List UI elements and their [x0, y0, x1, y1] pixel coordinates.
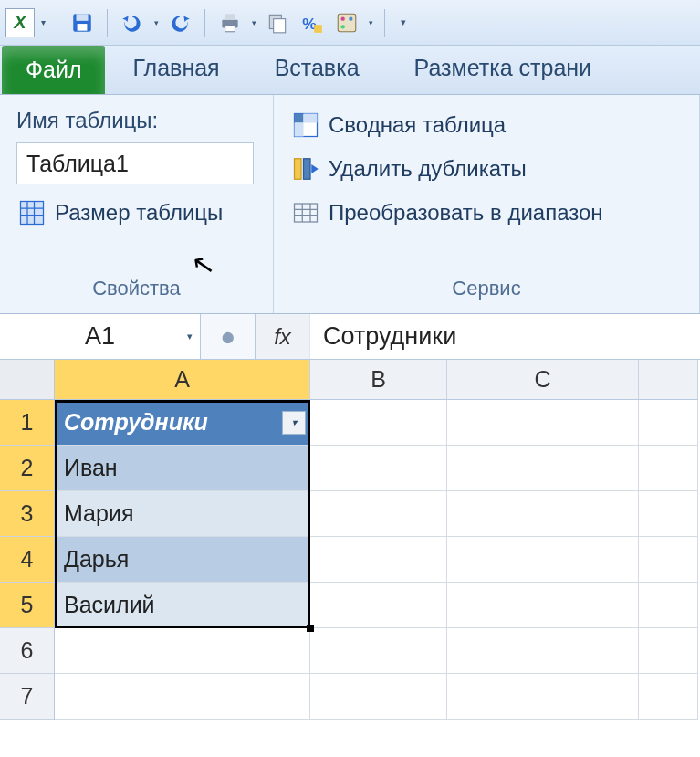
cell-B7[interactable] [310, 674, 447, 720]
row-header-7[interactable]: 7 [0, 674, 55, 720]
print-dropdown-icon[interactable]: ▾ [249, 18, 258, 27]
svg-point-11 [341, 16, 345, 20]
resize-table-button[interactable]: Размер таблицы [16, 195, 256, 230]
cell-B4[interactable] [310, 537, 447, 583]
cell-B1[interactable] [310, 400, 447, 446]
cell-x1[interactable] [639, 400, 698, 446]
cell-A2[interactable]: Иван [55, 446, 310, 491]
ribbon-tabs: Файл Главная Вставка Разметка страни [0, 46, 700, 95]
row-header-2[interactable]: 2 [0, 446, 55, 491]
resize-table-label: Размер таблицы [55, 200, 223, 226]
save-button[interactable] [67, 7, 98, 38]
copy-icon [266, 11, 289, 35]
cell-x5[interactable] [639, 583, 698, 628]
svg-rect-17 [295, 123, 304, 137]
redo-button[interactable] [164, 7, 195, 38]
cell-B3[interactable] [310, 491, 447, 537]
copy-button[interactable] [262, 7, 293, 38]
app-menu-dropdown-icon[interactable]: ▾ [38, 8, 47, 37]
cell-x6[interactable] [639, 628, 698, 674]
fx-icon[interactable]: fx [256, 314, 310, 359]
svg-rect-9 [314, 25, 322, 33]
svg-point-12 [349, 16, 352, 20]
ribbon: Имя таблицы: Размер таблицы Свойства Сво… [0, 95, 700, 314]
cell-x7[interactable] [639, 674, 698, 720]
svg-rect-1 [77, 14, 89, 21]
filter-dropdown-icon[interactable]: ▾ [282, 411, 306, 435]
cell-C2[interactable] [447, 446, 639, 491]
cell-C4[interactable] [447, 537, 639, 583]
svg-rect-2 [78, 24, 88, 31]
fill-handle[interactable] [307, 625, 314, 632]
resize-table-icon [18, 199, 46, 226]
cell-C1[interactable] [447, 400, 639, 446]
cell-x2[interactable] [639, 446, 698, 491]
tab-page-layout[interactable]: Разметка страни [387, 44, 620, 94]
svg-point-13 [341, 25, 345, 28]
row-header-4[interactable]: 4 [0, 537, 55, 583]
customize-icon: ▾ [401, 16, 406, 28]
cell-A4[interactable]: Дарья [55, 537, 310, 583]
cell-C6[interactable] [447, 628, 639, 674]
highlight-button[interactable] [331, 7, 362, 38]
row-header-6[interactable]: 6 [0, 628, 55, 674]
svg-rect-18 [304, 114, 318, 123]
cell-A3[interactable]: Мария [55, 491, 310, 537]
cell-x3[interactable] [639, 491, 698, 537]
svg-rect-5 [225, 26, 235, 32]
name-box[interactable]: A1 ▾ [0, 314, 201, 359]
customize-qat-button[interactable]: ▾ [394, 7, 413, 38]
separator [107, 9, 108, 37]
cell-C7[interactable] [447, 674, 639, 720]
tab-insert[interactable]: Вставка [247, 44, 387, 94]
cell-x4[interactable] [639, 537, 698, 583]
convert-range-icon [292, 199, 319, 226]
row-header-5[interactable]: 5 [0, 583, 55, 628]
undo-button[interactable] [117, 7, 148, 38]
cell-A5[interactable]: Василий [55, 583, 310, 628]
app-icon[interactable]: X [5, 8, 35, 37]
quick-access-toolbar: X ▾ ▾ ▾ % ▾ ▾ [0, 0, 700, 46]
select-all-corner[interactable] [0, 360, 55, 400]
svg-rect-21 [295, 204, 318, 222]
redo-icon [168, 11, 192, 35]
cell-value: Мария [64, 500, 133, 527]
tab-home[interactable]: Главная [105, 44, 246, 94]
highlight-icon [335, 11, 359, 35]
name-box-dropdown-icon[interactable]: ▾ [187, 331, 193, 342]
undo-dropdown-icon[interactable]: ▾ [151, 18, 161, 27]
row-header-1[interactable]: 1 [0, 400, 55, 446]
separator [57, 9, 57, 37]
ribbon-group-properties: Имя таблицы: Размер таблицы Свойства [0, 95, 274, 313]
row-header-3[interactable]: 3 [0, 491, 55, 537]
cell-A6[interactable] [55, 628, 310, 674]
remove-duplicates-icon [292, 155, 319, 183]
remove-duplicates-label: Удалить дубликаты [329, 156, 527, 182]
cancel-button[interactable]: ⬤ [201, 314, 256, 359]
highlight-dropdown-icon[interactable]: ▾ [366, 18, 375, 27]
formula-input[interactable] [310, 314, 700, 359]
cell-A7[interactable] [55, 674, 310, 720]
table-name-input[interactable] [16, 142, 254, 184]
column-header-extra[interactable] [639, 360, 698, 400]
remove-duplicates-button[interactable]: Удалить дубликаты [290, 152, 683, 186]
column-header-A[interactable]: A [55, 360, 310, 400]
percent-icon: % [300, 11, 324, 35]
print-button[interactable] [214, 7, 246, 38]
column-header-B[interactable]: B [310, 360, 447, 400]
svg-rect-19 [295, 159, 302, 180]
cell-A1[interactable]: Сотрудники▾ [55, 400, 310, 446]
cell-B2[interactable] [310, 446, 447, 491]
cell-C5[interactable] [447, 583, 639, 628]
name-box-value: A1 [85, 322, 115, 351]
pivot-table-button[interactable]: Сводная таблица [290, 108, 683, 142]
tab-file[interactable]: Файл [2, 46, 105, 94]
cell-B5[interactable] [310, 583, 447, 628]
group-label-properties: Свойства [16, 269, 256, 310]
percent-button[interactable]: % [297, 7, 328, 38]
column-header-C[interactable]: C [447, 360, 639, 400]
convert-to-range-button[interactable]: Преобразовать в диапазон [290, 195, 683, 230]
ribbon-group-tools: Сводная таблица Удалить дубликаты Преобр… [274, 95, 700, 313]
cell-C3[interactable] [447, 491, 639, 537]
cell-B6[interactable] [310, 628, 447, 674]
